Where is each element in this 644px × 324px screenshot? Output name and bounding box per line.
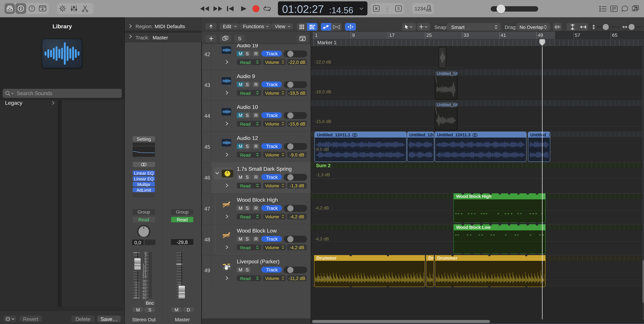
svg-text:S: S (397, 6, 400, 11)
svg-text:?: ? (31, 6, 33, 10)
